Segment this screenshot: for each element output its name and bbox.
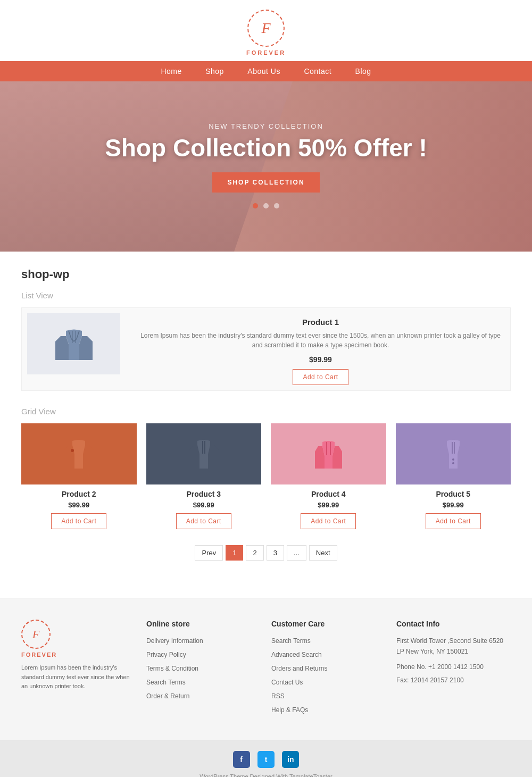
footer-brand-name: FOREVER — [21, 651, 136, 658]
footer-link-contact-us[interactable]: Contact Us — [271, 679, 303, 686]
list-view-container: Product 1 Lorem Ipsum has been the indus… — [21, 307, 511, 391]
footer-link-order-return[interactable]: Order & Return — [146, 692, 189, 700]
svg-rect-4 — [325, 456, 332, 469]
pagination-page-2[interactable]: 2 — [246, 545, 263, 561]
list-view-label: List View — [21, 291, 511, 300]
footer-copyright: WordPress Theme Designed With TemplateTo… — [11, 773, 521, 777]
grid-view-container: Product 2 $99.99 Add to Cart Product 3 $… — [21, 423, 511, 529]
list-product-price: $99.99 — [136, 355, 505, 364]
jacket-icon — [53, 323, 95, 365]
footer-link-advanced-search[interactable]: Advanced Search — [271, 651, 322, 658]
grid-product-2-price: $99.99 — [21, 501, 137, 509]
pagination-next[interactable]: Next — [309, 545, 337, 561]
grid-product-3: Product 3 $99.99 Add to Cart — [146, 423, 262, 529]
footer-contact-title: Contact Info — [396, 620, 511, 628]
hero-subtitle: NEW TRENDY COLLECTION — [105, 122, 427, 130]
svg-rect-0 — [69, 344, 79, 360]
hero-dot-2[interactable] — [263, 203, 269, 208]
linkedin-icon[interactable]: in — [282, 751, 299, 768]
main-nav: Home Shop About Us Contact Blog — [0, 61, 532, 81]
footer-logo: F — [21, 620, 51, 649]
hero-section: NEW TRENDY COLLECTION Shop Collection 50… — [0, 81, 532, 252]
hero-title: Shop Collection 50% Offer ! — [105, 135, 427, 162]
list-product-info: Product 1 Lorem Ipsum has been the indus… — [136, 313, 505, 385]
hero-dot-3[interactable] — [274, 203, 279, 208]
footer-description: Lorem Ipsum has been the industry's stan… — [21, 663, 136, 691]
footer-online-store-links: Delivery Information Privacy Policy Term… — [146, 636, 261, 700]
footer-customer-care-title: Customer Care — [271, 620, 386, 628]
grid-product-3-price: $99.99 — [146, 501, 262, 509]
svg-point-2 — [71, 449, 74, 452]
footer-link-rss[interactable]: RSS — [271, 692, 285, 700]
social-icons: f t in — [11, 751, 521, 768]
pagination-page-3[interactable]: 3 — [267, 545, 284, 561]
grid-product-4-name: Product 4 — [271, 490, 386, 498]
hero-dots — [105, 201, 427, 211]
pagination-page-1[interactable]: 1 — [226, 545, 243, 561]
pagination-prev[interactable]: Prev — [195, 545, 223, 561]
footer-bottom: f t in WordPress Theme Designed With Tem… — [0, 740, 532, 777]
footer-link-terms[interactable]: Terms & Condition — [146, 665, 198, 672]
grid-product-4-price: $99.99 — [271, 501, 386, 509]
purple-jacket-icon — [437, 436, 469, 473]
grid-add-cart-4[interactable]: Add to Cart — [301, 513, 356, 529]
svg-point-7 — [452, 462, 454, 464]
grid-add-cart-3[interactable]: Add to Cart — [176, 513, 231, 529]
svg-point-6 — [452, 458, 454, 461]
grid-product-5: Product 5 $99.99 Add to Cart — [396, 423, 511, 529]
list-add-cart-button[interactable]: Add to Cart — [293, 369, 348, 385]
grid-view-label: Grid View — [21, 407, 511, 416]
grid-product-5-image — [396, 423, 511, 484]
brand-name: FOREVER — [0, 49, 532, 56]
hero-content: NEW TRENDY COLLECTION Shop Collection 50… — [105, 122, 427, 211]
footer-customer-care: Customer Care Search Terms Advanced Sear… — [271, 620, 386, 718]
grid-add-cart-5[interactable]: Add to Cart — [426, 513, 481, 529]
site-header: F FOREVER Home Shop About Us Contact Blo… — [0, 0, 532, 81]
grid-product-2-name: Product 2 — [21, 490, 137, 498]
footer-link-search-terms[interactable]: Search Terms — [146, 679, 186, 686]
grid-product-4: Product 4 $99.99 Add to Cart — [271, 423, 386, 529]
nav-shop[interactable]: Shop — [205, 67, 224, 76]
list-product-image — [27, 313, 120, 374]
shop-section-title: shop-wp — [21, 268, 511, 281]
grid-product-5-name: Product 5 — [396, 490, 511, 498]
footer-online-store-title: Online store — [146, 620, 261, 628]
footer-link-help-faqs[interactable]: Help & FAQs — [271, 706, 308, 714]
nav-contact[interactable]: Contact — [304, 67, 331, 76]
list-product-name: Product 1 — [136, 318, 505, 327]
svg-rect-1 — [74, 454, 83, 469]
grid-product-4-image — [271, 423, 386, 484]
site-footer: F FOREVER Lorem Ipsum has been the indus… — [0, 598, 532, 740]
footer-content: F FOREVER Lorem Ipsum has been the indus… — [21, 620, 511, 718]
svg-rect-5 — [449, 454, 458, 469]
shop-collection-button[interactable]: SHOP COLLECTION — [212, 172, 319, 193]
logo-letter: F — [261, 21, 270, 36]
twitter-icon[interactable]: t — [257, 751, 275, 768]
orange-jacket-icon — [63, 436, 95, 473]
nav-home[interactable]: Home — [161, 67, 181, 76]
grid-product-2: Product 2 $99.99 Add to Cart — [21, 423, 137, 529]
pagination-ellipsis[interactable]: ... — [287, 545, 306, 561]
footer-link-search-terms-2[interactable]: Search Terms — [271, 637, 311, 645]
shop-section: shop-wp List View Product 1 Lorem Ipsum … — [0, 252, 532, 598]
dark-jacket-icon — [188, 436, 220, 473]
footer-online-store: Online store Delivery Information Privac… — [146, 620, 261, 718]
footer-logo-area: F FOREVER Lorem Ipsum has been the indus… — [21, 620, 136, 718]
footer-link-orders-returns[interactable]: Orders and Returns — [271, 665, 327, 672]
footer-link-delivery[interactable]: Delivery Information — [146, 637, 203, 645]
nav-blog[interactable]: Blog — [355, 67, 371, 76]
footer-contact-fax: Fax: 12014 20157 2100 — [396, 675, 511, 686]
logo[interactable]: F — [247, 10, 285, 47]
hero-dot-1[interactable] — [253, 203, 258, 208]
footer-customer-care-links: Search Terms Advanced Search Orders and … — [271, 636, 386, 714]
grid-product-3-image — [146, 423, 262, 484]
pagination: Prev 1 2 3 ... Next — [21, 545, 511, 561]
grid-product-3-name: Product 3 — [146, 490, 262, 498]
facebook-icon[interactable]: f — [233, 751, 250, 768]
nav-about[interactable]: About Us — [247, 67, 280, 76]
grid-product-2-image — [21, 423, 137, 484]
footer-link-privacy[interactable]: Privacy Policy — [146, 651, 186, 658]
grid-add-cart-2[interactable]: Add to Cart — [51, 513, 106, 529]
footer-logo-letter: F — [32, 628, 39, 641]
pink-jacket-icon — [314, 436, 343, 473]
